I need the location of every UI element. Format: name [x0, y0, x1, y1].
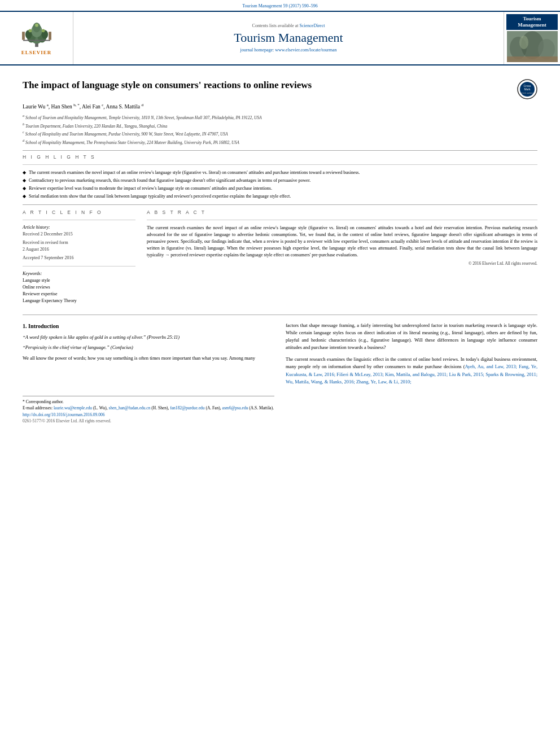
- divider-2: [23, 204, 537, 205]
- svg-text:check updates: check updates: [521, 92, 534, 94]
- footnote-corresponding: * Corresponding author.: [23, 399, 274, 405]
- keywords-title: Keywords:: [23, 271, 135, 276]
- keyword-4: Language Expectancy Theory: [23, 298, 135, 304]
- svg-point-10: [35, 24, 38, 27]
- body-section: 1. Introduction “A word fitly spoken is …: [23, 322, 537, 425]
- highlights-divider: [23, 164, 537, 165]
- body-col-left: 1. Introduction “A word fitly spoken is …: [23, 322, 274, 425]
- affiliation-a: a School of Tourism and Hospitality Mana…: [23, 113, 537, 121]
- svg-point-17: [538, 39, 555, 59]
- highlights-header: H I G H L I G H T S: [23, 154, 537, 160]
- journal-title: Tourism Management: [234, 30, 343, 45]
- authors: Laurie Wu a, Han Shen b, *, Alei Fan c, …: [23, 103, 537, 110]
- email-4-link[interactable]: asm6@psu.edu: [222, 405, 248, 410]
- copyright-text: © 2016 Elsevier Ltd. All rights reserved…: [147, 261, 537, 266]
- top-bar: Tourism Management 59 (2017) 590–596: [0, 0, 560, 11]
- journal-homepage: journal homepage: www.elsevier.com/locat…: [240, 47, 337, 53]
- svg-point-19: [519, 36, 528, 49]
- thumb-image: [507, 31, 558, 62]
- abstract-section: A B S T R A C T The current research exa…: [147, 209, 537, 266]
- quote-2: “Perspicuity is the chief virtue of lang…: [23, 344, 274, 351]
- homepage-url[interactable]: www.elsevier.com/locate/tourman: [275, 47, 336, 53]
- quote-1: “A word fitly spoken is like apples of g…: [23, 334, 274, 341]
- thumb-label: Tourism Management: [506, 14, 558, 30]
- article-title: The impact of language style on consumer…: [23, 79, 511, 91]
- issn-text: 0261-5177/© 2016 Elsevier Ltd. All right…: [23, 418, 274, 425]
- affiliation-c: c School of Hospitality and Tourism Mana…: [23, 129, 537, 137]
- affiliation-d: d School of Hospitality Management, The …: [23, 138, 537, 146]
- keywords-divider: [23, 266, 135, 267]
- page: Tourism Management 59 (2017) 590–596: [0, 0, 560, 747]
- svg-text:Mark: Mark: [524, 88, 531, 91]
- journal-citation: Tourism Management 59 (2017) 590–596: [242, 3, 318, 8]
- main-content: The impact of language style on consumer…: [0, 65, 560, 430]
- highlight-3: ◆ Reviewer expertise level was found to …: [23, 185, 537, 191]
- svg-rect-18: [507, 56, 558, 62]
- intro-heading: 1. Introduction: [23, 322, 274, 331]
- svg-point-9: [41, 29, 45, 32]
- body-para-right-2: The current research examines the lingui…: [286, 356, 537, 386]
- article-title-section: The impact of language style on consumer…: [23, 79, 537, 99]
- journal-thumbnail: Tourism Management: [504, 12, 560, 64]
- highlights-section: H I G H L I G H T S ◆ The current resear…: [23, 154, 537, 200]
- keyword-2: Online reviews: [23, 284, 135, 291]
- email-3-link[interactable]: fan182@purdue.edu: [170, 405, 204, 410]
- highlight-1: ◆ The current research examines the nove…: [23, 169, 537, 176]
- elsevier-tree-icon: [20, 21, 54, 48]
- footnote-area: * Corresponding author. E-mail addresses…: [23, 396, 274, 425]
- abstract-divider: [147, 220, 537, 220]
- highlight-4: ◆ Serial mediation tests show that the c…: [23, 193, 537, 199]
- article-info-col: A R T I C L E I N F O Article history: R…: [23, 209, 135, 309]
- author-3: Alei Fan c,: [82, 104, 105, 110]
- author-1: Laurie Wu a,: [23, 104, 50, 110]
- article-info: A R T I C L E I N F O Article history: R…: [23, 209, 135, 304]
- elsevier-logo: ELSEVIER: [0, 12, 73, 64]
- elsevier-brand-text: ELSEVIER: [21, 50, 52, 55]
- contents-available-text: Contents lists available at ScienceDirec…: [252, 23, 325, 28]
- divider-1: [23, 150, 537, 151]
- sciencedirect-link[interactable]: ScienceDirect: [300, 23, 325, 28]
- doi-link[interactable]: http://dx.doi.org/10.1016/j.tourman.2016…: [23, 412, 274, 418]
- abstract-header: A B S T R A C T: [147, 209, 537, 215]
- divider-3: [23, 314, 537, 315]
- svg-rect-13: [49, 32, 51, 40]
- body-two-col: 1. Introduction “A word fitly spoken is …: [23, 322, 537, 425]
- svg-rect-12: [22, 32, 25, 40]
- article-info-header: A R T I C L E I N F O: [23, 209, 135, 215]
- body-col-right: factors that shape message framing, a fa…: [286, 322, 537, 425]
- article-history-title: Article history:: [23, 225, 135, 230]
- received-2: Received in revised form 2 August 2016: [23, 239, 135, 253]
- svg-rect-11: [23, 40, 50, 41]
- journal-header: ELSEVIER Contents lists available at Sci…: [0, 11, 560, 65]
- author-4: Anna S. Mattila d: [106, 104, 143, 110]
- affiliations: a School of Tourism and Hospitality Mana…: [23, 113, 537, 146]
- email-2-link[interactable]: shen_han@fudan.edu.cn: [108, 405, 150, 410]
- svg-point-8: [28, 29, 32, 32]
- keyword-1: Language style: [23, 277, 135, 284]
- abstract-text: The current research examines the novel …: [147, 225, 537, 259]
- affiliation-b: b Tourism Department, Fudan University, …: [23, 121, 537, 129]
- body-para-right-1: factors that shape message framing, a fa…: [286, 322, 537, 352]
- received-1: Received 2 December 2015: [23, 231, 135, 238]
- keyword-3: Reviewer expertise: [23, 291, 135, 298]
- author-2: Han Shen b, *,: [51, 104, 81, 110]
- email-1-link[interactable]: laurie.wu@temple.edu: [54, 405, 92, 410]
- accepted: Accepted 7 September 2016: [23, 255, 135, 261]
- highlight-2: ◆ Contradictory to previous marketing re…: [23, 177, 537, 184]
- crossmark-icon: Cross Mark check updates: [517, 79, 537, 99]
- info-divider: [23, 220, 135, 220]
- two-col-layout: A R T I C L E I N F O Article history: R…: [23, 209, 537, 309]
- journal-center: Contents lists available at ScienceDirec…: [73, 12, 504, 64]
- body-para-1: We all know the power of words; how you …: [23, 355, 274, 362]
- abstract-col: A B S T R A C T The current research exa…: [147, 209, 537, 309]
- keywords-section: Keywords: Language style Online reviews …: [23, 271, 135, 304]
- footnote-emails: E-mail addresses: laurie.wu@temple.edu (…: [23, 405, 274, 411]
